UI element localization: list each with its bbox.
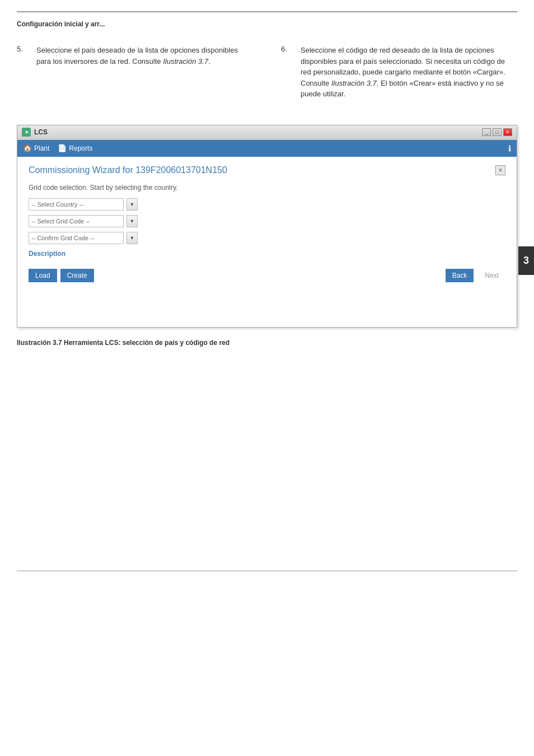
- wizard-close-button[interactable]: ×: [495, 165, 505, 175]
- lcs-titlebar: ☀ LCS _ □ ✕: [17, 125, 517, 140]
- wizard-footer: Load Create Back Next: [29, 269, 505, 282]
- confirm-grid-code-dropdown-row: -- Confirm Grid Code -- ▼: [29, 232, 505, 244]
- lcs-app-icon: ☀: [22, 128, 31, 137]
- step5-text-after: .: [208, 57, 210, 66]
- step6-italic: Ilustración 3.7: [331, 79, 377, 87]
- section-title: Configuración inicial y arr...: [17, 20, 105, 28]
- lcs-title: LCS: [34, 128, 48, 136]
- load-button[interactable]: Load: [29, 269, 57, 282]
- close-window-button[interactable]: ✕: [503, 128, 512, 136]
- minimize-button[interactable]: _: [482, 128, 491, 136]
- chapter-tab: 3: [518, 246, 534, 275]
- grid-code-select[interactable]: -- Select Grid Code --: [29, 215, 124, 227]
- reports-icon: 📄: [58, 144, 67, 152]
- description-label: Description: [29, 250, 505, 258]
- window-controls: _ □ ✕: [482, 128, 512, 136]
- nav-plant[interactable]: 🏠 Plant: [23, 144, 49, 152]
- lcs-navbar: 🏠 Plant 📄 Reports ℹ: [17, 140, 517, 157]
- country-dropdown-arrow[interactable]: ▼: [127, 198, 138, 211]
- create-button[interactable]: Create: [60, 269, 94, 282]
- step5-italic: Ilustración 3.7: [163, 57, 208, 66]
- confirm-grid-code-dropdown-arrow[interactable]: ▼: [127, 232, 138, 244]
- nav-plant-label: Plant: [34, 144, 49, 152]
- plant-icon: 🏠: [23, 144, 32, 152]
- nav-info[interactable]: ℹ: [508, 144, 511, 153]
- step6-text: Seleccione el código de red deseado de l…: [301, 45, 517, 100]
- step6-number: 6.: [281, 45, 292, 100]
- country-dropdown-row: -- Select Country -- ▼: [29, 198, 505, 211]
- nav-reports-label: Reports: [69, 144, 92, 152]
- nav-reports[interactable]: 📄 Reports: [58, 144, 92, 152]
- country-select[interactable]: -- Select Country --: [29, 198, 124, 211]
- footer-right-buttons: Back Next: [446, 269, 505, 282]
- grid-code-description: Grid code selection. Start by selecting …: [29, 184, 505, 192]
- confirm-grid-code-select[interactable]: -- Confirm Grid Code --: [29, 232, 124, 244]
- grid-code-dropdown-arrow[interactable]: ▼: [127, 215, 138, 227]
- footer-left-buttons: Load Create: [29, 269, 94, 282]
- step5-text: Seleccione el país deseado de la lista d…: [36, 45, 253, 67]
- lcs-window: ☀ LCS _ □ ✕ 🏠 Plant 📄 Reports ℹ: [17, 125, 517, 328]
- step5-number: 5.: [17, 45, 28, 67]
- wizard-title: Commissioning Wizard for 139F2006013701N…: [29, 165, 227, 175]
- info-icon: ℹ: [508, 144, 511, 153]
- back-button[interactable]: Back: [446, 269, 474, 282]
- lcs-main-content: Commissioning Wizard for 139F2006013701N…: [17, 157, 517, 327]
- next-button: Next: [478, 269, 505, 282]
- grid-code-dropdown-row: -- Select Grid Code -- ▼: [29, 215, 505, 227]
- wizard-header: Commissioning Wizard for 139F2006013701N…: [29, 165, 505, 175]
- restore-button[interactable]: □: [493, 128, 502, 136]
- figure-caption: Ilustración 3.7 Herramienta LCS: selecci…: [17, 339, 517, 347]
